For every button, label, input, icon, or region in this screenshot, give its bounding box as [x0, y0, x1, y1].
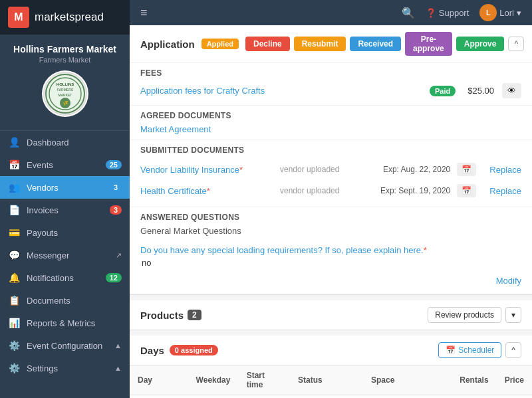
replace-link[interactable]: Replace	[489, 186, 521, 196]
applied-badge: Applied	[201, 39, 239, 49]
agreement-link[interactable]: Market Agreement	[140, 124, 211, 134]
sidebar-item-settings[interactable]: ⚙️ Settings ▲	[0, 357, 130, 379]
sidebar-item-label: Reports & Metrics	[27, 318, 122, 328]
logo-icon: M	[8, 7, 29, 28]
market-logo: HOLLINS FARMERS MARKET 🌾	[42, 70, 88, 117]
calendar-button[interactable]: 📅	[457, 184, 476, 197]
sidebar-item-label: Dashboard	[27, 138, 122, 148]
sidebar-item-notifications[interactable]: 🔔 Notifications 12	[0, 266, 130, 289]
submitted-docs-section: Submitted Documents Vendor Liability Ins…	[130, 140, 532, 207]
vendor-liability-link[interactable]: Vendor Liability Insurance*	[140, 165, 260, 175]
topbar: ≡ 🔍 ❓ Support L Lori ▾	[130, 0, 532, 25]
logo-letter: M	[14, 11, 23, 23]
scheduler-icon: 📅	[446, 346, 456, 355]
table-row: April 18, 2020 Saturday 9 a.m. EDT Pendi…	[130, 395, 532, 399]
calendar-button[interactable]: 📅	[457, 163, 476, 176]
products-count-badge: 2	[188, 310, 201, 320]
user-menu[interactable]: L Lori ▾	[479, 4, 521, 21]
doc-upload-type: vendor uploaded	[280, 165, 339, 174]
event-config-icon: ⚙️	[8, 340, 20, 351]
products-section: Products 2 Review products ▾	[130, 300, 532, 330]
sidebar-item-messenger[interactable]: 💬 Messenger ↗	[0, 244, 130, 266]
products-actions: Review products ▾	[428, 307, 521, 323]
products-collapse-button[interactable]: ▾	[505, 307, 521, 323]
sidebar-item-payouts[interactable]: 💳 Payouts	[0, 221, 130, 244]
cell-status[interactable]: Pending Approved Declined	[290, 395, 363, 399]
notifications-badge: 12	[106, 273, 122, 282]
paid-badge: Paid	[430, 86, 456, 96]
fees-link[interactable]: Application fees for Crafty Crafts	[140, 86, 265, 96]
scheduler-button[interactable]: 📅 Scheduler	[438, 342, 501, 358]
replace-link[interactable]: Replace	[489, 165, 521, 175]
application-title: Application	[140, 39, 195, 50]
days-collapse-button[interactable]: ^	[505, 342, 521, 358]
svg-text:🌾: 🌾	[62, 100, 68, 106]
doc-expiry: Exp: Sept. 19, 2020	[380, 186, 450, 195]
health-cert-link[interactable]: Health Certificate*	[140, 186, 260, 196]
events-badge: 25	[106, 160, 122, 169]
notifications-icon: 🔔	[8, 272, 20, 283]
sidebar-item-label: Events	[27, 160, 99, 170]
sidebar-item-dashboard[interactable]: 👤 Dashboard	[0, 131, 130, 153]
fees-row: Application fees for Crafty Crafts Paid …	[140, 82, 521, 100]
sidebar-item-label: Payouts	[27, 228, 122, 238]
cell-price	[497, 395, 532, 399]
days-section: Days 0 assigned 📅 Scheduler ^	[130, 336, 532, 365]
vendors-icon: 👥	[8, 182, 20, 193]
col-rentals: Rentals	[452, 365, 496, 395]
support-label: Support	[439, 8, 469, 18]
resubmit-button[interactable]: Resubmit	[294, 37, 346, 51]
chevron-up-icon: ▲	[114, 342, 122, 349]
review-products-button[interactable]: Review products	[428, 307, 501, 323]
products-title: Products	[140, 310, 184, 321]
received-button[interactable]: Received	[350, 37, 401, 51]
hamburger-icon[interactable]: ≡	[140, 6, 148, 20]
approve-button[interactable]: Approve	[456, 37, 505, 51]
col-status: Status	[290, 365, 363, 395]
col-space: Space	[363, 365, 452, 395]
fees-title: Fees	[140, 68, 521, 78]
sidebar-item-events[interactable]: 📅 Events 25	[0, 153, 130, 176]
sidebar-logo: M marketspread	[0, 0, 130, 35]
documents-icon: 📋	[8, 295, 20, 306]
content-area: Application Applied Decline Resubmit Rec…	[130, 25, 532, 398]
support-link[interactable]: ❓ Support	[426, 8, 469, 18]
question-link: Do you have any special loading requirem…	[140, 245, 424, 255]
user-avatar: L	[479, 4, 497, 21]
sidebar: M marketspread Hollins Farmers Market Fa…	[0, 0, 130, 398]
view-fees-button[interactable]: 👁	[502, 83, 521, 98]
messenger-icon: 💬	[8, 250, 20, 260]
sidebar-item-event-config[interactable]: ⚙️ Event Configuration ▲	[0, 334, 130, 357]
answered-questions-section: Answered Questions General Market Questi…	[130, 207, 532, 294]
settings-icon: ⚙️	[8, 363, 20, 373]
modify-row: Modify	[140, 273, 521, 288]
market-type: Farmers Market	[8, 56, 122, 64]
collapse-button[interactable]: ^	[508, 37, 524, 51]
assigned-label: 0 assigned	[175, 346, 213, 354]
application-header: Application Applied Decline Resubmit Rec…	[130, 25, 532, 63]
decline-button[interactable]: Decline	[245, 37, 290, 51]
doc-row: Health Certificate* vendor uploaded Exp:…	[140, 180, 521, 201]
sidebar-item-invoices[interactable]: 📄 Invoices 3	[0, 199, 130, 221]
question-group: General Market Questions	[140, 226, 521, 236]
question-answer: no	[142, 258, 521, 268]
invoices-icon: 📄	[8, 205, 20, 215]
sidebar-item-documents[interactable]: 📋 Documents	[0, 289, 130, 312]
svg-text:FARMERS: FARMERS	[57, 88, 73, 92]
svg-text:HOLLINS: HOLLINS	[56, 82, 73, 86]
sidebar-item-vendors[interactable]: 👥 Vendors 3	[0, 176, 130, 199]
payouts-icon: 💳	[8, 227, 20, 238]
cell-day: April 18, 2020	[130, 395, 188, 399]
question-icon: ❓	[426, 8, 436, 18]
invoices-badge: 3	[110, 205, 122, 215]
market-name: Hollins Farmers Market	[8, 44, 122, 54]
sidebar-item-reports[interactable]: 📊 Reports & Metrics	[0, 312, 130, 334]
events-icon: 📅	[8, 159, 20, 170]
search-icon[interactable]: 🔍	[402, 7, 415, 19]
svg-text:MARKET: MARKET	[58, 93, 72, 97]
fees-amount: $25.00	[467, 86, 494, 96]
modify-link[interactable]: Modify	[496, 276, 521, 286]
agreed-docs-section: Agreed Documents Market Agreement	[130, 106, 532, 140]
preapprove-button[interactable]: Pre-approve	[405, 32, 452, 56]
application-section: Application Applied Decline Resubmit Rec…	[130, 25, 532, 295]
